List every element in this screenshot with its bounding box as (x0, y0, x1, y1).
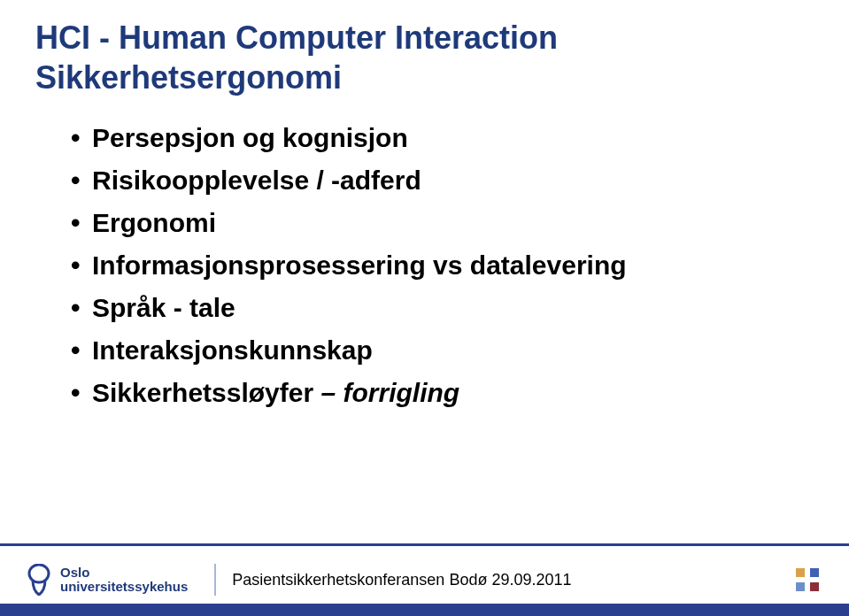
bullet-list: Persepsjon og kognisjon Risikoopplevelse… (71, 117, 814, 414)
partner-logo-square (796, 582, 805, 591)
bullet-item: Ergonomi (71, 202, 814, 244)
partner-logo-square (810, 568, 819, 577)
bullet-text: Språk - tale (92, 293, 235, 322)
slide: HCI - Human Computer Interaction Sikkerh… (0, 0, 849, 616)
bullet-text-italic: – forrigling (320, 378, 459, 407)
bullet-text: Interaksjonskunnskap (92, 335, 373, 365)
bullet-text: Informasjonsprosessering vs datalevering (92, 250, 627, 280)
bullet-item: Interaksjonskunnskap (71, 329, 814, 372)
oslo-logo-text: Oslo universitetssykehus (60, 566, 188, 594)
slide-title: HCI - Human Computer Interaction Sikkerh… (35, 18, 814, 97)
footer-top-rule (0, 543, 849, 546)
footer-bottom-rule (0, 604, 849, 616)
logo-line-2: universitetssykehus (60, 580, 188, 594)
oslo-logo: Oslo universitetssykehus (27, 564, 188, 596)
partner-logo-square (810, 582, 819, 591)
footer-caption: Pasientsikkerhetskonferansen Bodø 29.09.… (232, 571, 571, 589)
content-area: HCI - Human Computer Interaction Sikkerh… (0, 0, 849, 414)
partner-logo-icon (796, 568, 819, 591)
partner-logo-square (796, 568, 805, 577)
bullet-text: Persepsjon og kognisjon (92, 123, 408, 152)
footer: Oslo universitetssykehus Pasientsikkerhe… (0, 543, 849, 616)
oslo-logo-icon (27, 564, 51, 596)
title-line-2: Sikkerhetsergonomi (35, 59, 342, 96)
logo-line-1: Oslo (60, 566, 188, 580)
bullet-text: Ergonomi (92, 208, 216, 237)
bullet-item: Språk - tale (71, 287, 814, 329)
bullet-text-prefix: Sikkerhetssløyfer (92, 378, 320, 407)
bullet-item: Risikoopplevelse / -adferd (71, 159, 814, 202)
bullet-item: Informasjonsprosessering vs datalevering (71, 244, 814, 287)
bullet-text: Risikoopplevelse / -adferd (92, 166, 421, 195)
bullet-item: Persepsjon og kognisjon (71, 117, 814, 159)
bullet-item: Sikkerhetssløyfer – forrigling (71, 372, 814, 414)
footer-inner: Oslo universitetssykehus Pasientsikkerhe… (0, 556, 849, 604)
title-line-1: HCI - Human Computer Interaction (35, 19, 558, 56)
